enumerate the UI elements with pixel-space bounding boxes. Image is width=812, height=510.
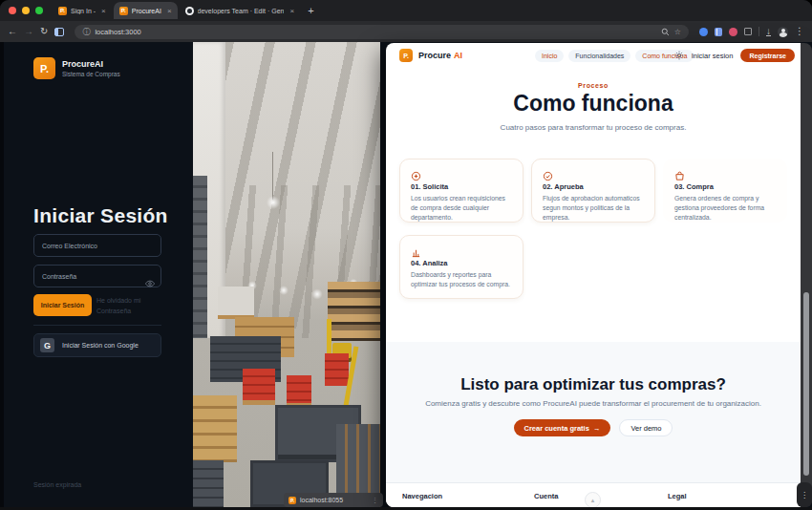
section-title: Como funciona <box>386 91 801 117</box>
tab-sign-in[interactable]: P. Sign In - × <box>53 2 112 19</box>
site-info-icon[interactable]: ⓘ <box>82 27 90 37</box>
forward-icon[interactable]: → <box>24 27 33 36</box>
step-title: 04. Analiza <box>411 259 512 267</box>
theme-toggle-icon[interactable] <box>674 51 684 60</box>
email-field[interactable] <box>33 234 161 257</box>
plus-circle-icon <box>411 168 512 180</box>
step-card-solicita: 01. Solicita Los usuarios crean requisic… <box>399 159 524 223</box>
login-submit-button[interactable]: Iniciar Sesión <box>33 294 92 316</box>
extensions-row: ↓ ⋮ <box>699 27 804 37</box>
bookmark-star-icon[interactable]: ☆ <box>674 28 681 36</box>
close-icon[interactable]: × <box>167 7 172 15</box>
landing-brand: ProcureAI <box>418 51 462 60</box>
create-account-button[interactable]: Crear cuenta gratis → <box>514 419 611 436</box>
procure-logo: P. <box>399 49 413 62</box>
photo-red-crates <box>243 369 275 405</box>
extension-box-icon[interactable] <box>744 28 752 35</box>
tab-title: developers Team · Edit · Gen <box>198 8 285 14</box>
tab-strip: P. Sign In - × P. ProcureAI × developers… <box>0 0 812 21</box>
tab-title: ProcureAI <box>132 8 161 14</box>
view-demo-button[interactable]: Ver demo <box>619 419 673 436</box>
window-zoom-button[interactable] <box>35 7 43 14</box>
search-icon[interactable] <box>661 28 670 36</box>
menu-more-icon[interactable]: ⋮ <box>795 27 804 36</box>
forgot-line2: Contraseña <box>96 307 140 317</box>
footer-col-cuenta: Cuenta <box>534 492 558 500</box>
cta-title: Listo para optimizar tus compras? <box>386 375 801 394</box>
procure-logo: P. <box>33 57 55 79</box>
create-account-label: Crear cuenta gratis <box>524 424 589 433</box>
section-eyebrow: Proceso <box>386 82 801 89</box>
address-bar[interactable]: ⓘ localhost:3000 ☆ <box>75 25 689 39</box>
pip-more-icon[interactable]: ⋮ <box>372 497 378 504</box>
extension-icon[interactable] <box>699 28 708 36</box>
warehouse-photo <box>193 42 380 507</box>
procure-favicon: P. <box>58 7 67 15</box>
step-card-aprueba: 02. Aprueba Flujos de aprobacion automat… <box>531 159 655 223</box>
step-title: 02. Aprueba <box>543 182 644 191</box>
url-text: localhost:3000 <box>95 28 140 36</box>
photo-red-crates <box>287 375 311 408</box>
github-favicon <box>185 7 194 15</box>
procure-favicon: P. <box>288 497 296 504</box>
window-close-button[interactable] <box>9 7 16 14</box>
sidebar-toggle-icon[interactable] <box>54 28 64 36</box>
dev-badge-icon[interactable]: ▲ <box>585 492 601 507</box>
step-title: 01. Solicita <box>411 182 512 191</box>
photo-wrapped-pallet <box>218 287 254 319</box>
browser-toolbar: ← → ↻ ⓘ localhost:3000 ☆ ↓ ⋮ <box>0 21 812 42</box>
cta-buttons: Crear cuenta gratis → Ver demo <box>386 419 801 436</box>
brand-name: ProcureAI <box>62 59 120 69</box>
tab-procureai[interactable]: P. ProcureAI × <box>114 2 178 19</box>
show-password-eye-icon[interactable] <box>145 274 155 291</box>
rail-more-icon[interactable]: ⋮ <box>797 482 812 507</box>
photo-right-rack <box>328 282 380 341</box>
forgot-password-link[interactable]: He olvidado mi Contraseña <box>96 296 140 316</box>
reload-icon[interactable]: ↻ <box>40 27 48 36</box>
register-button[interactable]: Registrarse <box>740 49 795 62</box>
browser-window: P. Sign In - × P. ProcureAI × developers… <box>0 0 812 510</box>
step-desc: Los usuarios crean requisiciones de comp… <box>411 194 512 223</box>
brand-tagline: Sistema de Compras <box>62 71 120 77</box>
photo-red-crates <box>325 353 349 386</box>
profile-avatar[interactable] <box>778 27 788 37</box>
step-desc: Dashboards y reportes para optimizar tus… <box>411 270 512 289</box>
back-icon[interactable]: ← <box>8 27 17 36</box>
cta-subtitle: Comienza gratis y descubre como ProcureA… <box>386 399 801 408</box>
cta-section <box>386 342 801 482</box>
pip-origin-pill[interactable]: P. localhost:8055 ⋮ <box>284 493 383 507</box>
step-desc: Genera ordenes de compra y gestiona prov… <box>674 194 776 223</box>
landing-header: P. ProcureAI Inicio Funcionalidades Como… <box>386 43 801 68</box>
extension-notebook-icon[interactable] <box>715 28 722 36</box>
nav-inicio[interactable]: Inicio <box>535 50 564 62</box>
bar-chart-icon <box>411 244 512 256</box>
procure-favicon: P. <box>119 7 128 15</box>
footer-col-navegacion: Navegacion <box>402 492 442 500</box>
brand-word: Procure <box>418 51 451 60</box>
step-desc: Flujos de aprobacion automaticos segun m… <box>543 194 644 223</box>
tab-title: Sign In - <box>71 8 96 14</box>
photo-cardboard-foreground <box>193 395 237 462</box>
check-circle-icon <box>543 168 644 180</box>
login-brand: P. ProcureAI Sistema de Compras <box>33 57 120 79</box>
nav-funcionalidades[interactable]: Funcionalidades <box>568 50 630 62</box>
section-subtitle: Cuatro pasos para transformar tu proceso… <box>386 123 801 132</box>
forgot-line1: He olvidado mi <box>96 296 140 307</box>
landing-scroll-rail: ⋮ <box>801 43 812 507</box>
extension-avatar-icon[interactable] <box>729 28 737 36</box>
step-title: 03. Compra <box>674 182 776 191</box>
step-card-compra: 03. Compra Genera ordenes de compra y ge… <box>663 159 787 223</box>
close-icon[interactable]: × <box>101 7 106 15</box>
password-field[interactable] <box>33 265 161 287</box>
downloads-icon[interactable]: ↓ <box>766 27 771 36</box>
google-signin-button[interactable]: G Iniciar Sesión con Google <box>33 333 161 357</box>
tab-github[interactable]: developers Team · Edit · Gen × <box>180 2 301 19</box>
landing-login-link[interactable]: Iniciar sesion <box>692 52 734 60</box>
window-minimize-button[interactable] <box>22 7 30 14</box>
google-icon: G <box>40 338 54 352</box>
scrollbar-thumb[interactable] <box>803 292 809 476</box>
new-tab-button[interactable]: + <box>308 5 313 16</box>
close-icon[interactable]: × <box>289 7 294 15</box>
step-card-analiza: 04. Analiza Dashboards y reportes para o… <box>399 235 524 299</box>
landing-footer: Navegacion Cuenta Legal ▲ <box>386 482 801 507</box>
